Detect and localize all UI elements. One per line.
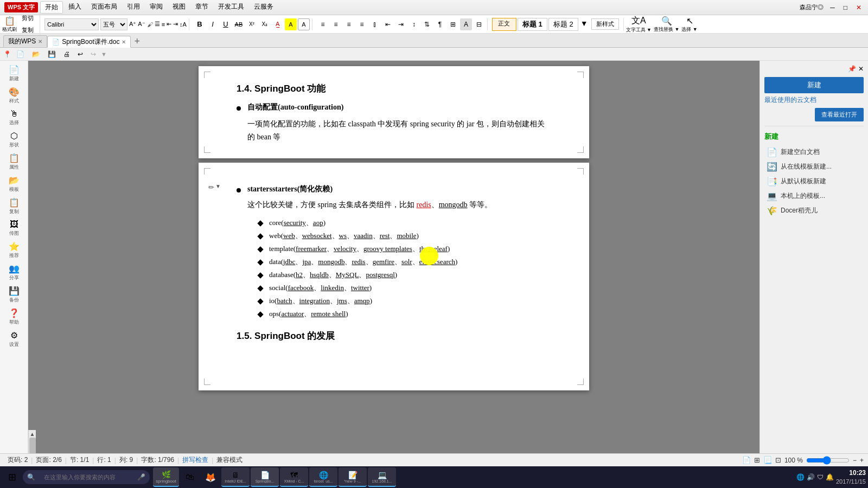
volume-icon[interactable]: 🔊 <box>807 473 815 481</box>
view-mode-1-btn[interactable]: 📄 <box>742 456 751 464</box>
docer-item[interactable]: 🌾 Docer稻壳儿 <box>764 203 864 218</box>
char-border-btn[interactable]: A <box>298 18 310 30</box>
left-property-btn[interactable]: 📋 属性 <box>1 151 27 172</box>
copy-btn[interactable]: 复制 <box>18 24 37 36</box>
cloud-docs-link[interactable]: 最近使用的云文档 <box>764 95 864 105</box>
start-btn[interactable]: ⊞ <box>2 467 22 487</box>
style-h2[interactable]: 标题 2 <box>548 18 578 31</box>
highlight-btn[interactable]: A <box>285 18 297 30</box>
menu-reference[interactable]: 引用 <box>123 1 144 14</box>
sort-btn[interactable]: ⇅ <box>421 18 433 30</box>
style-dropdown-btn[interactable]: ▼ <box>579 18 589 31</box>
view-mode-4-btn[interactable]: ⊡ <box>775 456 781 464</box>
left-style-btn[interactable]: 🎨 样式 <box>1 85 27 106</box>
font-grow-btn[interactable]: A⁺ <box>129 21 136 28</box>
menu-review[interactable]: 审阅 <box>145 1 167 14</box>
qa-open-btn[interactable]: 📂 <box>29 49 43 60</box>
notification-icon[interactable]: 🔔 <box>826 473 834 481</box>
edit-dropdown-icon[interactable]: ▼ <box>215 183 221 189</box>
tab-springboot-doc[interactable]: 📄 SpringBoot课件.doc ✕ <box>47 36 131 48</box>
tab-add-btn[interactable]: + <box>131 36 143 47</box>
qa-save-btn[interactable]: 💾 <box>45 49 59 60</box>
style-h1[interactable]: 标题 1 <box>518 18 547 31</box>
left-new-btn[interactable]: 📄 新建 <box>1 63 27 84</box>
spell-check-status[interactable]: 拼写检查 <box>179 455 212 465</box>
zoom-in-btn[interactable]: + <box>860 457 864 464</box>
col-layout-btn[interactable]: ⫿ <box>369 18 381 30</box>
font-name-select[interactable]: Calibri <box>44 18 99 30</box>
menu-start[interactable]: 开始 <box>40 1 63 14</box>
subscript-btn[interactable]: X₂ <box>259 18 271 30</box>
border-btn[interactable]: ⊞ <box>447 18 459 30</box>
menu-insert[interactable]: 插入 <box>64 1 86 14</box>
taskbar-app-new9[interactable]: 📝 *new 9 -... <box>339 467 367 487</box>
shading-btn[interactable]: A <box>460 18 472 30</box>
taskbar-app-wps[interactable]: 📄 SpringBo... <box>251 467 279 487</box>
italic-btn[interactable]: I <box>207 18 219 30</box>
tab-my-wps[interactable]: 我的WPS ✕ <box>3 35 47 47</box>
indent-right-btn[interactable]: ⇥ <box>395 18 407 30</box>
doc-scroll-area[interactable]: 1.4. SpringBoot 功能 自动配置(auto-configurati… <box>28 61 760 430</box>
left-select-btn[interactable]: 🖱 选择 <box>1 107 27 128</box>
panel-close-btn[interactable]: ✕ <box>858 65 864 73</box>
show-marks-btn[interactable]: ¶ <box>434 18 446 30</box>
min-btn[interactable]: ─ <box>828 4 837 11</box>
tab-doc-close[interactable]: ✕ <box>122 39 126 45</box>
max-btn[interactable]: □ <box>841 4 850 11</box>
taskbar-app-intellij[interactable]: 🖥 IntelliJ IDE... <box>221 467 250 487</box>
left-backup-btn[interactable]: 💾 备份 <box>1 284 27 305</box>
para-spacing-btn[interactable]: ↕ <box>408 18 420 30</box>
align-justify-btn[interactable]: ≡ <box>356 18 368 30</box>
close-btn[interactable]: ✕ <box>854 4 864 11</box>
left-share-btn[interactable]: 👥 分享 <box>1 262 27 283</box>
char-spacing-btn[interactable]: ⊟ <box>473 18 485 30</box>
text-tool-btn[interactable]: 文A 文字工具 ▼ <box>626 15 652 34</box>
left-recommend-btn[interactable]: ⭐ 推荐 <box>1 240 27 261</box>
superscript-btn[interactable]: X² <box>246 18 258 30</box>
indent-inc-btn[interactable]: ⇥ <box>173 21 178 28</box>
menu-chapter[interactable]: 章节 <box>191 1 213 14</box>
new-from-online-item[interactable]: 🔄 从在线模板新建... <box>764 159 864 174</box>
bold-btn[interactable]: B <box>194 18 206 30</box>
view-mode-3-btn[interactable]: 📃 <box>763 456 772 464</box>
taskbar-app-springboot[interactable]: 🌿 springboot <box>153 467 179 487</box>
qa-new-btn[interactable]: 📄 <box>14 49 27 60</box>
menu-dev-tools[interactable]: 开发工具 <box>214 1 248 14</box>
clock[interactable]: 10:23 2017/11/15 <box>836 468 866 486</box>
left-shape-btn[interactable]: ⬡ 形状 <box>1 129 27 150</box>
qa-dropdown-arrow[interactable]: ▼ <box>101 51 107 57</box>
font-color-btn[interactable]: A̲ <box>272 18 284 30</box>
scroll-thumb[interactable] <box>29 438 36 453</box>
indent-left-btn[interactable]: ⇤ <box>382 18 394 30</box>
menu-page-layout[interactable]: 页面布局 <box>87 1 122 14</box>
select-btn[interactable]: ↖ 选择 ▼ <box>681 16 697 33</box>
new-blank-doc-item[interactable]: 📄 新建空白文档 <box>764 145 864 159</box>
left-copy-btn[interactable]: 📋 复制 <box>1 196 27 217</box>
taskbar-app-firefox[interactable]: 🦊 <box>201 467 220 487</box>
new-doc-button[interactable]: 新建 <box>764 77 864 93</box>
taskbar-app-ip[interactable]: 💻 192.168.1... <box>368 467 396 487</box>
align-center-btn[interactable]: ≡ <box>330 18 342 30</box>
qa-undo-btn[interactable]: ↩ <box>75 49 86 60</box>
number-list-btn[interactable]: ≡ <box>162 21 165 28</box>
list-btn[interactable]: ☰ <box>155 21 160 28</box>
mic-icon[interactable]: 🎤 <box>137 473 145 481</box>
indent-dec-btn[interactable]: ⇤ <box>167 21 171 28</box>
new-style-btn[interactable]: 新样式 <box>591 18 619 30</box>
cut-btn[interactable]: 剪切 <box>18 12 37 24</box>
align-right-btn[interactable]: ≡ <box>343 18 355 30</box>
scroll-up-arrow[interactable]: ▲ <box>29 430 36 438</box>
clear-format-btn[interactable]: 🖌 <box>147 21 153 28</box>
line-spacing-btn[interactable]: ↕A <box>180 21 187 28</box>
left-template-btn[interactable]: 📂 模板 <box>1 174 27 195</box>
style-normal[interactable]: 正文 <box>492 18 516 31</box>
taskbar-app-xmind[interactable]: 🗺 XMind - C... <box>280 467 308 487</box>
qa-redo-btn[interactable]: ↪ <box>88 49 99 60</box>
panel-pin-btn[interactable]: 📌 <box>848 65 856 73</box>
vertical-scrollbar[interactable]: ▲ ⊕ ▼ <box>28 430 36 453</box>
strikethrough-btn[interactable]: AB <box>233 18 245 30</box>
align-left-btn[interactable]: ≡ <box>317 18 329 30</box>
left-settings-btn[interactable]: ⚙ 设置 <box>1 329 27 350</box>
left-help-btn[interactable]: ❓ 帮助 <box>1 306 27 328</box>
paste-btn[interactable]: 📋 格式刷 <box>2 16 17 33</box>
